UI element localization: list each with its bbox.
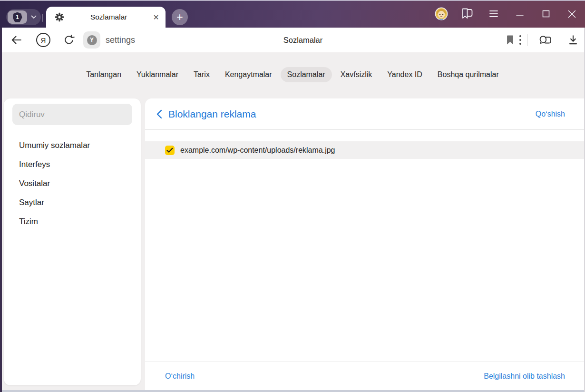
reload-icon[interactable] [63,34,75,46]
main-panel: Bloklangan reklama Qoʻshish example.com/… [145,98,584,390]
site-icon[interactable]: Y [83,31,100,49]
sidebar-item-saytlar[interactable]: Saytlar [4,193,141,212]
sidebar-list: Umumiy sozlamalar Interfeys Vositalar Sa… [4,136,141,231]
clear-selection-link[interactable]: Belgilashni olib tashlash [484,372,565,381]
nav-tab-yuklanmalar[interactable]: Yuklanmalar [130,67,185,82]
nav-tab-xavfsizlik[interactable]: Xavfsizlik [334,67,379,82]
window-frame-bottom [0,390,585,392]
kebab-menu-icon[interactable] [519,34,522,46]
window-chrome: 1 Sozlamalar × + [0,0,585,28]
sidebar-item-vositalar[interactable]: Vositalar [4,174,141,193]
sidebar-item-interfeys[interactable]: Interfeys [4,155,141,174]
blocked-ad-url: example.com/wp-content/uploads/reklama.j… [180,146,335,155]
download-icon[interactable] [567,34,579,46]
back-chevron-icon[interactable] [156,109,162,119]
bookmark-icon[interactable] [506,35,514,45]
menu-icon[interactable] [480,0,507,28]
active-tab[interactable]: Sozlamalar × [46,7,166,28]
content-spacer [145,130,584,141]
bookmarks-panel-icon[interactable] [454,0,480,28]
address-text[interactable]: settings [106,35,135,45]
nav-tab-yandex-id[interactable]: Yandex ID [380,67,429,82]
tab-close-icon[interactable]: × [153,12,159,22]
tab-counter-button[interactable]: 1 [6,9,41,25]
main-header: Bloklangan reklama Qoʻshish [145,98,584,130]
tab-title: Sozlamalar [64,13,153,21]
maximize-icon[interactable] [533,0,559,28]
search-input[interactable] [12,104,132,125]
settings-sidebar: Umumiy sozlamalar Interfeys Vositalar Sa… [4,98,141,385]
nav-tab-kengaytmalar[interactable]: Kengaytmalar [218,67,279,82]
toolbar-right-controls [506,28,579,52]
minimize-icon[interactable] [507,0,533,28]
new-tab-button[interactable]: + [172,9,188,25]
toolbar: Я Y settings Sozlamalar [0,28,585,52]
add-link[interactable]: Qoʻshish [536,110,565,118]
blocked-ad-row[interactable]: example.com/wp-content/uploads/reklama.j… [145,141,584,159]
chevron-down-icon [31,15,37,19]
tab-counter-badge: 1 [8,10,27,24]
user-avatar[interactable] [428,0,454,28]
gear-icon [55,12,64,22]
window-frame-left [0,28,2,392]
toolbar-divider [527,34,528,46]
nav-tab-tanlangan[interactable]: Tanlangan [79,67,128,82]
settings-nav-band: Tanlangan Yuklanmalar Tarix Kengaytmalar… [0,52,585,98]
chrome-right-controls [428,0,585,28]
tab-strip-divider [42,14,43,22]
nav-tab-boshqa-qurilmalar[interactable]: Boshqa qurilmalar [431,67,506,82]
panels-icon[interactable] [538,34,553,46]
delete-link[interactable]: Oʻchirish [165,372,195,381]
sidebar-item-umumiy-sozlamalar[interactable]: Umumiy sozlamalar [4,136,141,155]
tab-count-shield: 1 [13,12,22,22]
site-icon-letter: Y [87,35,97,45]
main-footer: Oʻchirish Belgilashni olib tashlash [145,362,584,390]
nav-tab-tarix[interactable]: Tarix [187,67,216,82]
row-checkbox[interactable] [165,146,175,155]
sidebar-item-tizim[interactable]: Tizim [4,212,141,231]
page-heading[interactable]: Bloklangan reklama [168,108,256,120]
nav-tab-sozlamalar[interactable]: Sozlamalar [281,67,332,82]
close-window-icon[interactable] [559,0,585,28]
back-icon[interactable] [10,34,22,46]
yandex-logo-icon[interactable]: Я [36,33,50,47]
settings-nav-tabs: Tanlangan Yuklanmalar Tarix Kengaytmalar… [0,52,585,82]
